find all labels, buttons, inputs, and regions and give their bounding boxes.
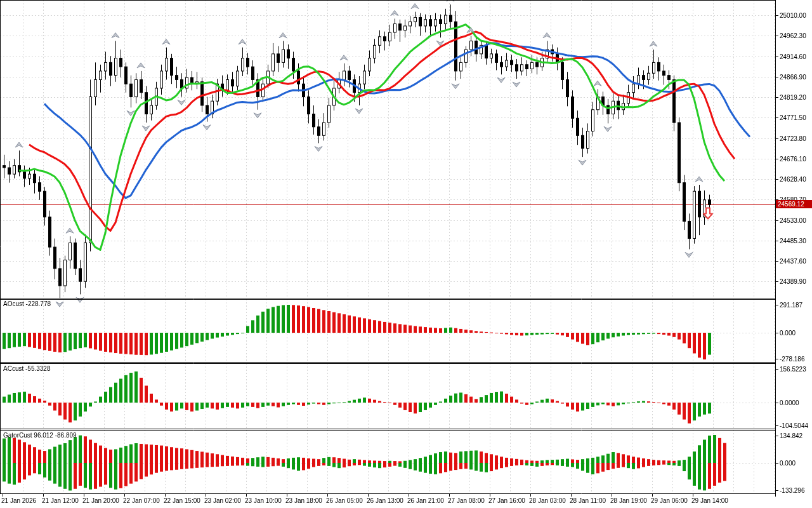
time-axis-label: 21 Jan 12:00 — [42, 497, 79, 504]
time-axis-label: 23 Jan 02:00 — [204, 497, 241, 504]
price-axis-label: 24771.50 — [780, 114, 806, 121]
time-axis-label: 28 Jan 19:00 — [610, 497, 647, 504]
time-axis-label: 22 Jan 15:00 — [164, 497, 200, 504]
current-price-tag: 24569.12 — [776, 200, 812, 208]
time-axis-label: 21 Jan 20:00 — [82, 497, 119, 504]
indicator-scale-label: 134.842 — [780, 432, 802, 439]
price-axis-label: 24437.60 — [780, 258, 806, 265]
time-axis-label: 28 Jan 11:00 — [570, 497, 606, 504]
indicator-label-accust: ACcust -55.3328 — [3, 365, 51, 372]
price-axis-label: 24962.30 — [780, 32, 806, 39]
price-axis-label: 24485.30 — [780, 237, 806, 244]
indicator-scale-label: -278.186 — [780, 356, 804, 363]
time-axis-label: 22 Jan 07:00 — [123, 497, 160, 504]
indicator-scale-label: 291.187 — [780, 302, 802, 309]
time-axis-label: 26 Jan 05:00 — [326, 497, 363, 504]
time-axis-label: 29 Jan 06:00 — [651, 497, 688, 504]
price-axis-label: 24866.90 — [780, 74, 806, 81]
price-axis-label: 24628.40 — [780, 176, 806, 183]
time-axis-label: 29 Jan 14:00 — [691, 497, 728, 504]
price-axis-label: 24723.80 — [780, 135, 806, 142]
chart-canvas[interactable] — [0, 0, 812, 508]
time-axis-label: 23 Jan 10:00 — [245, 497, 282, 504]
price-axis-label: 24676.10 — [780, 156, 806, 163]
time-axis-label: 26 Jan 13:00 — [367, 497, 403, 504]
indicator-scale-label: -133.296 — [780, 487, 804, 494]
price-axis-label: 25010.00 — [780, 12, 806, 19]
time-axis-label: 27 Jan 08:00 — [448, 497, 485, 504]
price-axis-label: 24914.60 — [780, 53, 806, 60]
time-axis-label: 23 Jan 18:00 — [285, 497, 322, 504]
indicator-scale-label: 0.0000 — [780, 399, 799, 406]
time-axis-label: 21 Jan 2026 — [1, 497, 36, 504]
price-axis-label: 24533.00 — [780, 217, 806, 224]
time-axis-label: 26 Jan 21:00 — [407, 497, 444, 504]
price-axis-label: 24819.20 — [780, 94, 806, 101]
indicator-scale-label: 156.5223 — [780, 366, 806, 373]
time-axis-label: 27 Jan 16:00 — [488, 497, 525, 504]
time-axis-label: 28 Jan 03:00 — [529, 497, 566, 504]
indicator-scale-label: 0.000 — [780, 330, 796, 337]
price-axis-label: 24389.90 — [780, 278, 806, 285]
indicator-label-aocust: AOcust -228.778 — [3, 300, 51, 307]
chart-window: AOcust -228.778 ACcust -55.3328 GatorCus… — [0, 0, 812, 508]
indicator-scale-label: 0.000 — [780, 460, 796, 467]
indicator-label-gatorcust: GatorCust 96.012 -86.809 — [3, 432, 77, 439]
indicator-scale-label: -104.5044 — [780, 422, 808, 429]
